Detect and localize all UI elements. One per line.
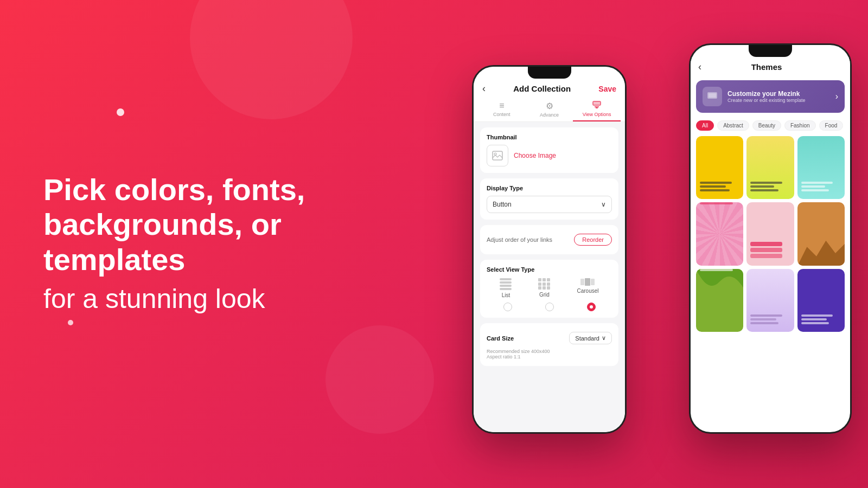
thumbnail-area: Choose Image [487,145,612,166]
phone-add-collection: ‹ Add Collection Save ≡ Content ⚙ Advanc… [472,65,627,434]
theme-card-yellow[interactable] [696,136,743,199]
thumbnail-section: Thumbnail Choose Image [480,127,618,173]
radio-grid[interactable] [545,303,554,311]
theme-card-red-bars[interactable] [746,202,794,265]
card-size-dropdown[interactable]: Standard ∨ [569,332,612,344]
view-option-carousel[interactable]: Carousel [577,278,598,298]
reorder-button[interactable]: Reorder [574,234,612,246]
theme-card-yellow-green[interactable] [746,136,794,199]
display-type-chevron: ∨ [601,201,606,208]
view-type-section: Select View Type List [480,260,618,318]
headline-line3: for a stunning look [43,283,412,316]
decorative-dot-2 [68,320,73,325]
headline-line1: Pick colors, fonts, [43,172,305,207]
phone1-tabs: ≡ Content ⚙ Advance [474,98,625,122]
grid-label: Grid [539,292,550,298]
filter-abstract[interactable]: Abstract [717,120,749,131]
radio-carousel[interactable] [587,303,596,311]
phone-themes: ‹ Themes Customize your Mezink Create ne… [689,43,852,434]
headline-line2: backgrounds, or templates [43,208,282,277]
card-size-row: Card Size Standard ∨ [487,330,612,346]
banner-title: Customize your Mezink [727,90,806,98]
card-size-section: Card Size Standard ∨ Recommended size 40… [480,323,618,366]
recommend-text: Recommended size 400x400 Aspect ratio 1:… [487,349,612,359]
grid-icon [538,278,550,290]
phone2-header: ‹ Themes [691,57,850,76]
phones-container: ‹ Add Collection Save ≡ Content ⚙ Advanc… [472,33,852,477]
phone-notch-1 [528,67,571,79]
back-button[interactable]: ‹ [482,83,486,94]
themes-back-button[interactable]: ‹ [698,61,701,73]
choose-image-button[interactable]: Choose Image [514,152,556,159]
theme-card-purple[interactable] [797,269,845,332]
theme-grid [691,134,850,334]
filter-beauty[interactable]: Beauty [752,120,781,131]
display-type-section: Display Type Button ∨ [480,178,618,220]
display-type-value: Button [493,201,512,208]
themes-title: Themes [751,62,782,72]
theme-card-brown[interactable] [797,202,845,265]
list-label: List [502,292,510,298]
advance-icon: ⚙ [546,101,553,111]
reorder-text: Adjust order of your links [487,236,552,243]
banner-arrow: › [835,92,838,101]
carousel-icon [580,278,595,286]
filter-fashion[interactable]: Fashion [784,120,816,131]
view-options-icon [592,101,601,111]
decorative-dot-1 [117,108,124,116]
phone1-title: Add Collection [513,84,571,93]
phone1-content: Thumbnail Choose Image [474,122,625,432]
filter-pills: All Abstract Beauty Fashion Food [691,117,850,134]
reorder-row: Adjust order of your links Reorder [487,232,612,248]
view-type-radios [487,303,612,311]
tab-content-label: Content [493,112,510,117]
thumbnail-label: Thumbnail [487,134,612,140]
theme-card-lavender[interactable] [746,269,794,332]
radio-list[interactable] [503,303,512,311]
card-size-chevron: ∨ [602,335,606,342]
svg-rect-7 [709,93,716,98]
tab-view-options-label: View Options [583,112,611,117]
phone1-header: ‹ Add Collection Save [474,79,625,98]
carousel-label: Carousel [577,288,598,294]
filter-food[interactable]: Food [819,120,844,131]
content-icon: ≡ [499,101,504,111]
reorder-section: Adjust order of your links Reorder [480,225,618,254]
display-type-label: Display Type [487,185,612,191]
tab-content[interactable]: ≡ Content [478,101,526,121]
view-type-label: Select View Type [487,266,612,273]
banner-subtitle: Create new or edit existing template [727,98,806,103]
banner-text: Customize your Mezink Create new or edit… [727,90,806,103]
theme-card-green[interactable] [696,269,743,332]
svg-rect-4 [493,151,502,160]
customize-banner[interactable]: Customize your Mezink Create new or edit… [696,80,845,113]
tab-advance[interactable]: ⚙ Advance [526,101,573,121]
tab-view-options[interactable]: View Options [573,101,621,121]
thumbnail-box [487,145,508,166]
view-type-options: List [487,278,612,298]
list-icon [500,278,512,290]
filter-all[interactable]: All [696,120,714,131]
save-button[interactable]: Save [598,85,616,93]
view-option-grid[interactable]: Grid [538,278,550,298]
display-type-dropdown[interactable]: Button ∨ [487,196,612,213]
theme-card-pink-rays[interactable] [696,202,743,265]
tab-advance-label: Advance [540,112,559,118]
phone-notch-2 [749,45,792,57]
theme-card-cyan[interactable] [797,136,845,199]
card-size-value: Standard [575,335,599,342]
left-text-block: Pick colors, fonts, backgrounds, or temp… [43,172,412,315]
banner-left: Customize your Mezink Create new or edit… [703,87,806,106]
view-option-list[interactable]: List [500,278,512,298]
banner-icon [703,87,722,106]
card-size-label: Card Size [487,335,514,342]
